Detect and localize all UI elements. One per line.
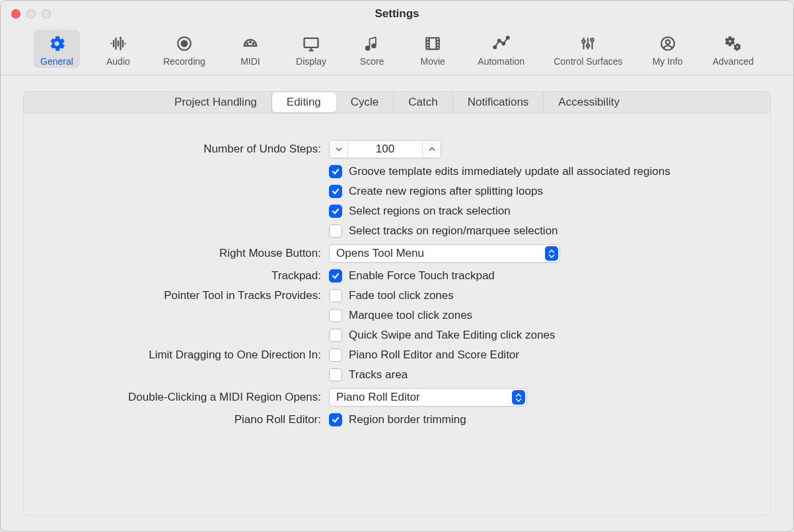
checkbox-select-tracks[interactable]: Select tracks on region/marquee selectio… — [329, 224, 744, 238]
tab-label: Automation — [478, 56, 524, 67]
right-mouse-popup[interactable]: Opens Tool Menu — [329, 244, 560, 263]
checkbox-border-trim[interactable]: Region border trimming — [329, 413, 466, 426]
tab-automation[interactable]: Automation — [471, 30, 531, 68]
svg-point-17 — [665, 40, 670, 45]
svg-point-13 — [583, 40, 585, 43]
tab-recording[interactable]: Recording — [157, 30, 212, 68]
svg-point-7 — [372, 44, 376, 48]
checkbox-create-regions[interactable]: Create new regions after splitting loops — [329, 185, 744, 198]
tab-midi[interactable]: MIDI — [228, 30, 273, 68]
close-window-button[interactable] — [11, 9, 20, 18]
svg-point-12 — [507, 36, 509, 39]
checkmark-icon — [329, 165, 342, 178]
stepper-decrement[interactable] — [330, 141, 348, 158]
dblclick-label: Double-Clicking a MIDI Region Opens: — [50, 391, 321, 404]
checkbox-tracks-area[interactable]: Tracks area — [329, 368, 744, 382]
checkbox-label: Region border trimming — [349, 413, 466, 426]
tab-advanced[interactable]: Advanced — [706, 30, 760, 68]
checkbox-piano-score[interactable]: Piano Roll Editor and Score Editor — [329, 349, 519, 362]
subtab-accessibility[interactable]: Accessibility — [544, 92, 634, 113]
checkbox-label: Enable Force Touch trackpad — [349, 269, 495, 283]
subtab-cycle[interactable]: Cycle — [336, 92, 394, 113]
checkbox-select-regions[interactable]: Select regions on track selection — [329, 205, 744, 218]
tab-label: Advanced — [713, 56, 754, 67]
tab-label: Audio — [106, 56, 130, 67]
tab-general[interactable]: General — [34, 30, 80, 68]
svg-point-15 — [591, 38, 594, 41]
tab-label: Display — [296, 56, 326, 67]
general-subtabs: Project Handling Editing Cycle Catch Not… — [23, 91, 771, 114]
checkbox-quick-swipe[interactable]: Quick Swipe and Take Editing click zones — [329, 329, 744, 342]
right-mouse-label: Right Mouse Button: — [50, 247, 321, 260]
checkbox-label: Piano Roll Editor and Score Editor — [349, 349, 519, 362]
subtab-project-handling[interactable]: Project Handling — [160, 92, 272, 113]
tab-label: Control Surfaces — [554, 56, 622, 67]
checkbox-fade-tool[interactable]: Fade tool click zones — [329, 289, 454, 302]
tab-label: Movie — [421, 56, 445, 67]
settings-window: Settings General Audio Recording MIDI — [0, 0, 794, 532]
undo-steps-value[interactable]: 100 — [348, 141, 422, 158]
svg-point-2 — [246, 43, 248, 44]
midi-port-icon — [241, 34, 260, 53]
tab-label: My Info — [653, 56, 683, 67]
checkbox-label: Groove template edits immediately update… — [349, 165, 670, 178]
undo-steps-stepper[interactable]: 100 — [329, 140, 441, 158]
subtab-catch[interactable]: Catch — [394, 92, 452, 113]
svg-point-4 — [253, 43, 254, 44]
film-icon — [424, 34, 441, 53]
dblclick-popup[interactable]: Piano Roll Editor — [329, 388, 527, 407]
tab-display[interactable]: Display — [289, 30, 334, 68]
piano-roll-label: Piano Roll Editor: — [50, 413, 321, 426]
svg-point-10 — [498, 40, 501, 42]
checkbox-label: Select regions on track selection — [349, 205, 511, 218]
svg-point-14 — [587, 44, 589, 47]
subtab-notifications[interactable]: Notifications — [453, 92, 544, 113]
popup-value: Piano Roll Editor — [336, 391, 420, 404]
tab-label: MIDI — [240, 56, 260, 67]
tab-label: Score — [360, 56, 384, 67]
checkbox-label: Quick Swipe and Take Editing click zones — [349, 329, 555, 342]
svg-point-9 — [493, 46, 496, 48]
automation-curve-icon — [491, 34, 511, 53]
checkbox-label: Marquee tool click zones — [349, 309, 472, 322]
minimize-window-button[interactable] — [26, 9, 36, 18]
gear-icon — [48, 34, 66, 53]
checkbox-label: Select tracks on region/marquee selectio… — [349, 224, 558, 238]
limit-drag-label: Limit Dragging to One Direction In: — [50, 349, 321, 362]
pointer-tool-label: Pointer Tool in Tracks Provides: — [50, 289, 321, 302]
checkbox-label: Create new regions after splitting loops — [349, 185, 543, 198]
tab-label: General — [40, 56, 73, 67]
checkbox-marquee-tool[interactable]: Marquee tool click zones — [329, 309, 744, 322]
music-notes-icon — [363, 34, 381, 53]
undo-steps-label: Number of Undo Steps: — [50, 143, 321, 156]
tab-my-info[interactable]: My Info — [645, 30, 690, 68]
waveform-icon — [109, 34, 127, 53]
checkbox-force-touch[interactable]: Enable Force Touch trackpad — [329, 269, 495, 283]
checkbox-groove-template[interactable]: Groove template edits immediately update… — [329, 165, 744, 178]
svg-point-6 — [366, 46, 370, 50]
sliders-icon — [579, 34, 596, 53]
tab-control-surfaces[interactable]: Control Surfaces — [547, 30, 629, 68]
editing-settings-panel: Number of Undo Steps: 100 Groove tem — [23, 102, 771, 515]
popup-value: Opens Tool Menu — [336, 247, 424, 260]
monitor-icon — [302, 34, 320, 53]
record-icon — [176, 34, 193, 53]
svg-point-1 — [182, 41, 188, 47]
titlebar: Settings — [1, 1, 793, 27]
subtab-editing[interactable]: Editing — [272, 92, 336, 112]
window-title: Settings — [1, 7, 793, 20]
preferences-toolbar: General Audio Recording MIDI Display — [1, 27, 793, 75]
tab-score[interactable]: Score — [349, 30, 394, 68]
user-circle-icon — [659, 34, 676, 53]
tab-movie[interactable]: Movie — [410, 30, 455, 68]
zoom-window-button[interactable] — [42, 9, 51, 18]
checkmark-icon — [329, 269, 342, 283]
window-controls — [1, 9, 51, 18]
svg-rect-5 — [305, 38, 318, 48]
stepper-increment[interactable] — [422, 141, 441, 158]
checkmark-icon — [329, 205, 342, 218]
checkmark-icon — [329, 329, 342, 342]
checkmark-icon — [329, 368, 342, 382]
checkmark-icon — [329, 309, 342, 322]
tab-audio[interactable]: Audio — [96, 30, 141, 68]
